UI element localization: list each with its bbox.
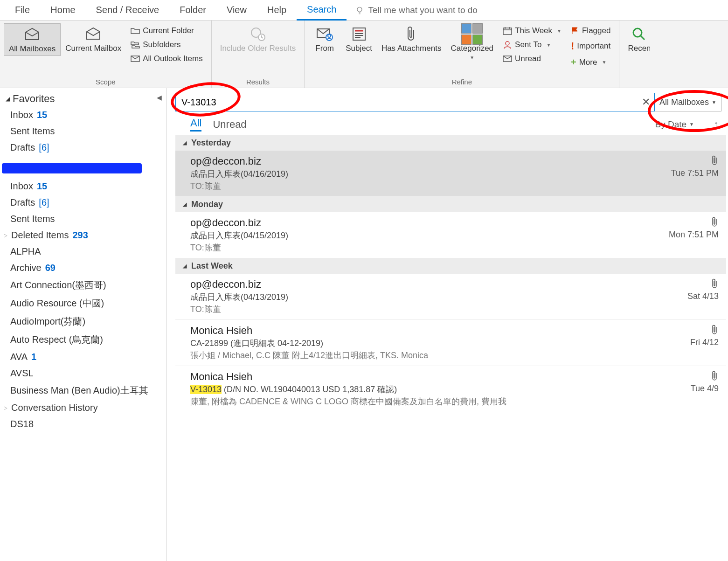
filter-unread[interactable]: Unread bbox=[213, 118, 246, 131]
all-mailboxes-button[interactable]: All Mailboxes bbox=[4, 23, 61, 56]
folder-item[interactable]: ▷Conversation History bbox=[0, 400, 166, 416]
folder-item[interactable]: DS18 bbox=[0, 416, 166, 432]
folder-item[interactable]: Auto Respect (烏克蘭) bbox=[0, 331, 166, 349]
folder-item[interactable]: AVSL bbox=[0, 365, 166, 381]
favorites-header[interactable]: ◢ Favorites bbox=[0, 91, 166, 107]
caret-down-icon: ◢ bbox=[183, 140, 187, 146]
sort-ascending-icon[interactable]: ↑ bbox=[714, 118, 719, 131]
folder-item[interactable]: AudioImport(芬蘭) bbox=[0, 312, 166, 331]
folder-item[interactable]: AVA1 bbox=[0, 349, 166, 365]
group-header[interactable]: ◢Last Week bbox=[175, 258, 726, 274]
message-row[interactable]: Monica HsiehV-13013 (D/N NO. WL190404001… bbox=[175, 366, 726, 412]
include-older-results-button[interactable]: Include Older Results bbox=[215, 23, 301, 55]
folder-item[interactable]: Drafts[6] bbox=[0, 139, 166, 156]
subject-icon bbox=[350, 26, 368, 42]
folder-item[interactable]: ▷Deleted Items293 bbox=[0, 227, 166, 243]
folder-label: Conversation History bbox=[11, 402, 98, 413]
categorized-label: Categorized bbox=[451, 44, 493, 53]
collapse-nav-icon[interactable]: ◀ bbox=[157, 94, 162, 101]
subfolders-icon bbox=[131, 41, 140, 48]
message-subject: 成品日入库表(04/13/2019) bbox=[190, 291, 648, 303]
tell-me-box[interactable]: Tell me what you want to do bbox=[355, 5, 477, 15]
folder-item[interactable]: Drafts[6] bbox=[0, 194, 166, 211]
has-attachments-button[interactable]: Has Attachments bbox=[377, 23, 446, 55]
folder-label: Auto Respect (烏克蘭) bbox=[10, 333, 103, 346]
paperclip-icon bbox=[402, 26, 421, 42]
message-subject: V-13013 (D/N NO. WL1904040013 USD 1,381.… bbox=[190, 384, 648, 395]
folder-item[interactable]: Art Connection(墨西哥) bbox=[0, 276, 166, 294]
ribbon-tabs: File Home Send / Receive Folder View Hel… bbox=[0, 0, 728, 21]
folder-label: Audio Resource (中國) bbox=[10, 297, 104, 310]
paperclip-icon bbox=[710, 278, 719, 289]
search-input[interactable] bbox=[176, 97, 638, 108]
message-row[interactable]: op@deccon.biz成品日入库表(04/13/2019)TO:陈董Sat … bbox=[175, 274, 726, 320]
folder-item[interactable]: Inbox15 bbox=[0, 107, 166, 123]
main-area: ◀ ◢ Favorites Inbox15Sent ItemsDrafts[6]… bbox=[0, 88, 728, 561]
sent-to-button[interactable]: Sent To ▼ bbox=[501, 39, 563, 50]
search-row: ✕ All Mailboxes ▼ bbox=[175, 93, 721, 111]
person-icon bbox=[503, 41, 512, 49]
filter-all[interactable]: All bbox=[190, 117, 201, 132]
clear-search-icon[interactable]: ✕ bbox=[638, 96, 654, 108]
tab-search[interactable]: Search bbox=[297, 0, 347, 21]
folder-count: 69 bbox=[45, 263, 55, 273]
tab-send-receive[interactable]: Send / Receive bbox=[86, 0, 170, 21]
message-sender: op@deccon.biz bbox=[190, 155, 648, 167]
tab-folder[interactable]: Folder bbox=[169, 0, 216, 21]
folder-item[interactable]: Sent Items bbox=[0, 211, 166, 227]
tell-me-label: Tell me what you want to do bbox=[368, 5, 477, 15]
ribbon-toolbar: All Mailboxes Current Mailbox Current Fo… bbox=[0, 21, 728, 88]
message-preview: TO:陈董 bbox=[190, 242, 648, 253]
unread-button[interactable]: Unread bbox=[501, 53, 563, 64]
flagged-button[interactable]: Flagged bbox=[569, 25, 612, 36]
tab-file[interactable]: File bbox=[5, 0, 40, 21]
favorites-label: Favorites bbox=[13, 93, 55, 105]
message-subject: CA-21899 (進口明細表 04-12-2019) bbox=[190, 338, 648, 349]
tab-home[interactable]: Home bbox=[40, 0, 85, 21]
search-scope-dropdown[interactable]: All Mailboxes ▼ bbox=[655, 93, 721, 111]
folder-item[interactable]: Archive69 bbox=[0, 260, 166, 276]
all-outlook-items-button[interactable]: All Outlook Items bbox=[129, 53, 205, 64]
current-folder-button[interactable]: Current Folder bbox=[129, 25, 205, 36]
folder-item[interactable]: Inbox15 bbox=[0, 178, 166, 194]
message-list[interactable]: ◢Yesterdayop@deccon.biz成品日入库表(04/16/2019… bbox=[175, 135, 726, 561]
folder-item[interactable]: Audio Resource (中國) bbox=[0, 294, 166, 312]
group-header[interactable]: ◢Yesterday bbox=[175, 135, 726, 151]
scope-group-label: Scope bbox=[96, 78, 116, 87]
group-label: Yesterday bbox=[191, 138, 231, 148]
important-button[interactable]: ! Important bbox=[569, 39, 612, 53]
current-mailbox-button[interactable]: Current Mailbox bbox=[61, 23, 126, 55]
mailbox-icon bbox=[84, 26, 103, 42]
subfolders-button[interactable]: Subfolders bbox=[129, 39, 205, 50]
message-sender: op@deccon.biz bbox=[190, 278, 648, 291]
message-sender: Monica Hsieh bbox=[190, 371, 648, 383]
caret-down-icon: ◢ bbox=[183, 201, 187, 208]
message-row[interactable]: op@deccon.biz成品日入库表(04/16/2019)TO:陈董Tue … bbox=[175, 151, 726, 197]
folder-label: Art Connection(墨西哥) bbox=[10, 279, 106, 291]
more-button[interactable]: + More ▼ bbox=[569, 56, 612, 69]
sort-dropdown[interactable]: By Date ▼ bbox=[655, 119, 694, 130]
caret-down-icon: ▼ bbox=[470, 55, 474, 61]
sent-to-label: Sent To bbox=[515, 40, 541, 49]
folder-label: ALPHA bbox=[10, 246, 41, 257]
message-row[interactable]: Monica HsiehCA-21899 (進口明細表 04-12-2019)張… bbox=[175, 320, 726, 366]
categorized-button[interactable]: Categorized ▼ bbox=[446, 23, 498, 62]
recent-searches-label: Recent Searches bbox=[628, 44, 650, 53]
flagged-label: Flagged bbox=[582, 26, 610, 35]
tab-view[interactable]: View bbox=[216, 0, 257, 21]
folder-item[interactable]: Sent Items bbox=[0, 123, 166, 139]
recent-searches-button[interactable]: Recent Searches bbox=[623, 23, 655, 55]
bulb-icon bbox=[355, 6, 364, 15]
tab-help[interactable]: Help bbox=[257, 0, 297, 21]
message-row[interactable]: op@deccon.biz成品日入库表(04/15/2019)TO:陈董Mon … bbox=[175, 212, 726, 258]
message-time: Mon 7:51 PM bbox=[669, 230, 719, 240]
search-box: ✕ bbox=[175, 93, 655, 111]
folder-item[interactable]: Business Man (Ben Audio)土耳其 bbox=[0, 381, 166, 400]
this-week-button[interactable]: This Week ▼ bbox=[501, 25, 563, 36]
folder-nav: ◀ ◢ Favorites Inbox15Sent ItemsDrafts[6]… bbox=[0, 88, 167, 561]
folder-item[interactable]: ALPHA bbox=[0, 243, 166, 260]
from-button[interactable]: From bbox=[308, 23, 341, 55]
subject-button[interactable]: Subject bbox=[341, 23, 377, 55]
caret-down-icon: ◢ bbox=[6, 96, 10, 102]
group-header[interactable]: ◢Monday bbox=[175, 197, 726, 212]
